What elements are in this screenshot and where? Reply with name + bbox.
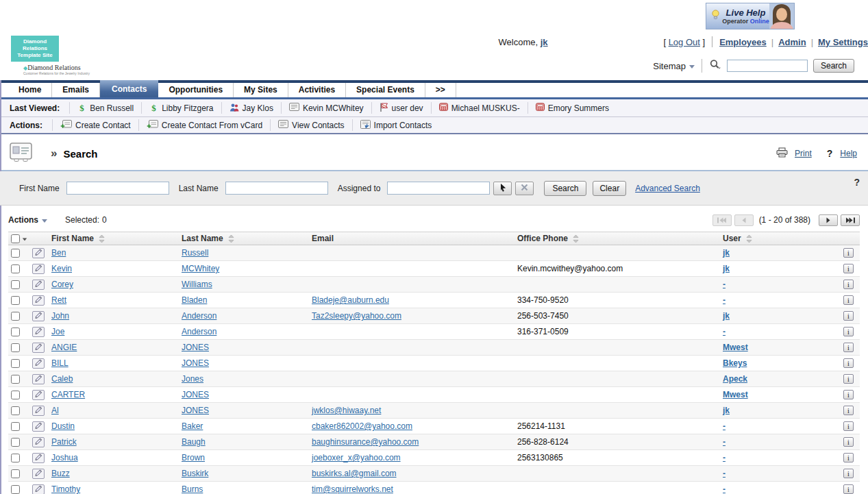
email-link[interactable]: buskirks.al@gmail.com (312, 469, 397, 478)
panel-help-icon[interactable]: ? (854, 177, 860, 188)
info-icon[interactable]: i (843, 437, 854, 447)
last-name-link[interactable]: MCWhitey (182, 264, 219, 273)
email-link[interactable]: Bladeje@auburn.edu (312, 295, 389, 305)
clear-button[interactable]: Clear (593, 181, 626, 196)
nav-tab[interactable]: Activities (288, 83, 346, 97)
first-name-link[interactable]: Rett (51, 295, 66, 305)
first-name-link[interactable]: Timothy (51, 484, 80, 494)
assigned-user-link[interactable]: - (723, 437, 726, 447)
row-checkbox[interactable] (11, 454, 20, 462)
first-name-link[interactable]: Buzz (51, 469, 70, 478)
last-name-link[interactable]: JONES (182, 358, 209, 368)
last-name-link[interactable]: JONES (182, 343, 209, 352)
search-button[interactable]: Search (544, 181, 586, 196)
pagination-first-button[interactable] (712, 214, 732, 226)
edit-icon[interactable] (32, 437, 45, 447)
select-user-button[interactable] (493, 182, 512, 195)
column-header[interactable]: Last Name (182, 234, 312, 243)
nav-tab[interactable]: Opportunities (158, 83, 234, 97)
edit-icon[interactable] (32, 453, 45, 463)
email-link[interactable]: jwklos@hiwaay.net (312, 406, 381, 415)
assigned-user-link[interactable]: - (723, 453, 726, 462)
first-name-link[interactable]: John (51, 311, 69, 321)
last-name-link[interactable]: JONES (182, 406, 209, 415)
last-viewed-item[interactable]: user dev (371, 102, 431, 114)
last-viewed-item[interactable]: Jay Klos (221, 102, 281, 114)
assigned-user-link[interactable]: Mwest (723, 390, 748, 399)
assigned-user-link[interactable]: Bkeys (723, 358, 747, 368)
first-name-link[interactable]: Dustin (51, 421, 75, 431)
action-item[interactable]: Create Contact From vCard (138, 119, 270, 131)
nav-tab[interactable]: >> (425, 83, 456, 97)
assigned-user-link[interactable]: jk (723, 264, 730, 273)
search-scope-icon[interactable] (709, 59, 721, 73)
row-checkbox[interactable] (11, 469, 20, 478)
last-viewed-item[interactable]: $ Libby Fitzgera (141, 102, 221, 114)
list-actions-menu[interactable]: Actions (8, 215, 47, 225)
info-icon[interactable]: i (843, 484, 854, 494)
edit-icon[interactable] (32, 406, 45, 416)
last-name-link[interactable]: Anderson (182, 311, 216, 321)
first-name-link[interactable]: BILL (51, 358, 69, 368)
info-icon[interactable]: i (843, 248, 854, 258)
last-name-link[interactable]: Buskirk (182, 469, 208, 478)
row-checkbox[interactable] (11, 485, 20, 494)
last-name-link[interactable]: Bladen (182, 295, 207, 305)
info-icon[interactable]: i (843, 295, 854, 305)
edit-icon[interactable] (32, 421, 45, 432)
email-link[interactable]: baughinsurance@yahoo.com (312, 437, 419, 447)
row-checkbox[interactable] (11, 249, 20, 258)
email-link[interactable]: joeboxer_x@yahoo.com (312, 453, 401, 462)
sitemap-menu[interactable]: Sitemap (653, 61, 695, 71)
pagination-prev-button[interactable] (734, 214, 754, 226)
info-icon[interactable]: i (843, 358, 854, 368)
assigned-user-link[interactable]: jk (723, 248, 730, 258)
top-nav-link[interactable]: Admin (778, 37, 806, 47)
edit-icon[interactable] (32, 311, 45, 321)
site-search-input[interactable] (727, 60, 808, 72)
first-name-link[interactable]: Joe (51, 327, 64, 336)
info-icon[interactable]: i (843, 264, 854, 273)
help-link[interactable]: Help (840, 149, 857, 158)
assigned-user-link[interactable]: - (723, 280, 726, 289)
nav-tab[interactable]: Emails (52, 83, 100, 97)
last-name-link[interactable]: Jones (182, 374, 203, 384)
sort-icon[interactable] (746, 234, 752, 243)
action-item[interactable]: View Contacts (270, 119, 351, 131)
assigned-user-link[interactable]: jk (723, 406, 730, 415)
site-search-button[interactable]: Search (813, 59, 854, 73)
info-icon[interactable]: i (843, 469, 854, 478)
row-checkbox[interactable] (11, 438, 20, 447)
last-viewed-item[interactable]: Michael MUSKUS- (431, 102, 528, 114)
nav-tab[interactable]: Special Events (346, 83, 425, 97)
email-link[interactable]: Taz2sleepy@yahoo.com (312, 311, 401, 321)
first-name-link[interactable]: Corey (51, 280, 73, 289)
sort-icon[interactable] (573, 234, 579, 243)
row-checkbox[interactable] (11, 343, 20, 352)
row-checkbox[interactable] (11, 264, 20, 273)
edit-icon[interactable] (32, 327, 45, 337)
select-menu-icon[interactable] (23, 238, 27, 240)
edit-icon[interactable] (32, 358, 45, 369)
top-nav-link[interactable]: My Settings (818, 37, 868, 47)
first-name-link[interactable]: Caleb (51, 374, 73, 384)
sort-icon[interactable] (228, 234, 234, 243)
column-header[interactable]: First Name (51, 234, 182, 243)
nav-tab[interactable]: Home (8, 83, 52, 97)
clear-user-button[interactable] (515, 182, 534, 195)
info-icon[interactable]: i (843, 280, 854, 289)
row-checkbox[interactable] (11, 296, 20, 305)
last-viewed-item[interactable]: $ Ben Russell (69, 102, 141, 114)
info-icon[interactable]: i (843, 327, 854, 336)
email-link[interactable]: cbaker862002@yahoo.com (312, 421, 412, 431)
email-link[interactable]: tim@squirrelworks.net (312, 484, 393, 494)
last-name-link[interactable]: Baugh (182, 437, 206, 447)
info-icon[interactable]: i (843, 421, 854, 431)
assigned-user-link[interactable]: - (723, 327, 726, 336)
row-checkbox[interactable] (11, 391, 20, 399)
first-name-link[interactable]: Ben (51, 248, 66, 258)
current-user-link[interactable]: jk (541, 37, 661, 47)
row-checkbox[interactable] (11, 422, 20, 431)
company-logo[interactable]: Diamond Relations Template Site ◆Diamond… (11, 36, 93, 75)
edit-icon[interactable] (32, 343, 45, 353)
